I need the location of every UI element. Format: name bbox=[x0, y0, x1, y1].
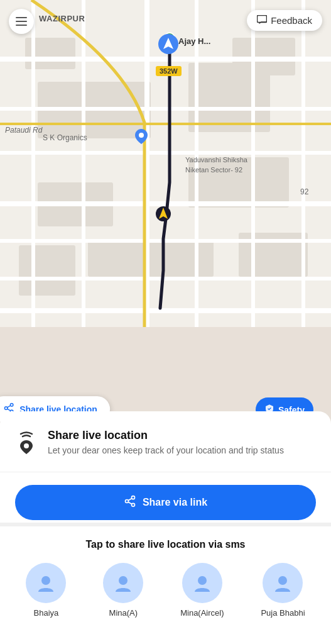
contact-mina-aircel[interactable]: Mina(Aircel) bbox=[180, 563, 224, 619]
sms-share-section: Tap to share live location via sms Bhaiy… bbox=[0, 526, 331, 631]
share-description: Let your dear ones keep track of your lo… bbox=[48, 445, 284, 457]
feedback-button[interactable]: Feedback bbox=[247, 10, 322, 31]
share-via-link-button[interactable]: Share via link bbox=[15, 485, 316, 520]
svg-point-45 bbox=[278, 576, 287, 585]
map-label-pataudi: Pataudi Rd bbox=[5, 126, 42, 135]
svg-rect-11 bbox=[0, 107, 331, 111]
svg-point-37 bbox=[131, 496, 134, 499]
feedback-icon bbox=[257, 15, 267, 26]
feedback-label: Feedback bbox=[271, 15, 312, 26]
share-text-block: Share live location Let your dear ones k… bbox=[48, 429, 284, 457]
svg-point-43 bbox=[119, 576, 128, 585]
svg-rect-9 bbox=[19, 245, 75, 296]
contact-name-bhaiya: Bhaiya bbox=[34, 608, 59, 619]
svg-rect-10 bbox=[0, 57, 331, 62]
map-label-yaduvanshi2: Niketan Sector- 92 bbox=[185, 166, 242, 174]
svg-point-39 bbox=[131, 503, 134, 506]
sms-section-title: Tap to share live location via sms bbox=[10, 539, 321, 550]
contact-puja-bhabhi[interactable]: Puja Bhabhi bbox=[261, 563, 305, 619]
svg-rect-17 bbox=[31, 0, 35, 327]
svg-rect-12 bbox=[0, 151, 331, 155]
svg-point-31 bbox=[10, 404, 13, 407]
contact-avatar-bhaiya bbox=[26, 563, 66, 603]
hamburger-button[interactable] bbox=[9, 9, 34, 34]
map-label-yaduvanshi1: Yaduvanshi Shiksha bbox=[185, 156, 247, 164]
svg-rect-16 bbox=[0, 308, 331, 313]
share-live-location-section: Share live location Let your dear ones k… bbox=[0, 411, 331, 473]
city-label: WAZIRPUR bbox=[39, 14, 85, 23]
contacts-grid: Bhaiya Mina(A) bbox=[10, 563, 321, 619]
svg-rect-21 bbox=[251, 0, 255, 327]
map-label-92: 92 bbox=[300, 187, 308, 196]
svg-rect-13 bbox=[0, 201, 331, 206]
bottom-sheet: Share live location Let your dear ones k… bbox=[0, 411, 331, 644]
svg-rect-20 bbox=[195, 0, 198, 327]
svg-rect-18 bbox=[82, 0, 85, 327]
svg-point-38 bbox=[125, 500, 128, 503]
svg-point-36 bbox=[24, 443, 29, 448]
svg-rect-28 bbox=[258, 16, 267, 23]
svg-rect-4 bbox=[188, 157, 289, 208]
hamburger-line-2 bbox=[16, 21, 27, 22]
road-badge: 352W bbox=[156, 66, 182, 76]
svg-rect-22 bbox=[301, 0, 305, 327]
contact-name-mina-a: Mina(A) bbox=[109, 608, 138, 619]
share-link-icon bbox=[124, 495, 136, 510]
driver-label: Ajay H... bbox=[178, 36, 210, 46]
share-title: Share live location bbox=[48, 429, 284, 442]
contact-name-mina-aircel: Mina(Aircel) bbox=[180, 608, 224, 619]
share-via-link-label: Share via link bbox=[143, 497, 207, 508]
svg-point-27 bbox=[139, 133, 144, 138]
svg-point-44 bbox=[198, 576, 207, 585]
svg-point-42 bbox=[41, 576, 50, 585]
navigation-arrow bbox=[158, 34, 178, 57]
contact-name-puja-bhabhi: Puja Bhabhi bbox=[261, 608, 305, 619]
contact-mina-a[interactable]: Mina(A) bbox=[103, 563, 143, 619]
svg-rect-23 bbox=[0, 123, 331, 125]
svg-rect-14 bbox=[0, 239, 331, 243]
contact-avatar-puja-bhabhi bbox=[263, 563, 303, 603]
share-location-icon bbox=[15, 430, 38, 453]
svg-line-40 bbox=[128, 502, 132, 504]
map-pin bbox=[135, 129, 148, 147]
contact-avatar-mina-aircel bbox=[182, 563, 222, 603]
svg-line-35 bbox=[8, 406, 11, 408]
hamburger-line-1 bbox=[16, 17, 27, 18]
hamburger-line-3 bbox=[16, 25, 27, 26]
contact-avatar-mina-a bbox=[103, 563, 143, 603]
map-label-skorganics: S K Organics bbox=[43, 133, 87, 142]
contact-bhaiya[interactable]: Bhaiya bbox=[26, 563, 66, 619]
svg-line-41 bbox=[128, 499, 132, 501]
svg-rect-15 bbox=[0, 277, 331, 280]
svg-point-32 bbox=[4, 407, 8, 410]
